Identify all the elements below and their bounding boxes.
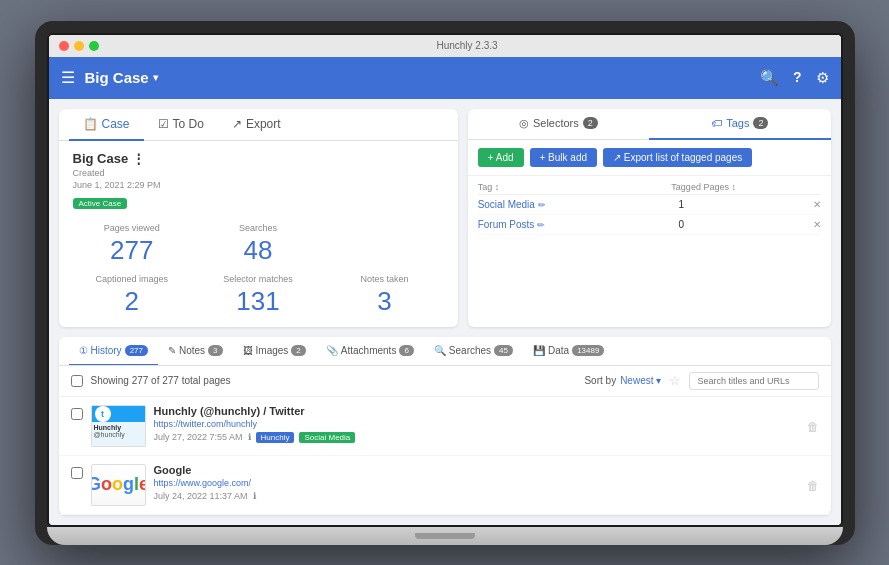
right-actions: + Add + Bulk add ↗ Export list of tagged…	[468, 140, 831, 176]
tab-history[interactable]: ① History 277	[69, 337, 158, 366]
export-tab-icon: ↗	[232, 117, 242, 131]
info-icon: ℹ	[248, 432, 251, 442]
table-row: Social Media 1 ✕	[478, 195, 821, 215]
tab-tags[interactable]: 🏷 Tags 2	[649, 109, 830, 140]
search-input[interactable]	[689, 372, 819, 390]
item-tag-social-media[interactable]: Social Media	[299, 432, 355, 443]
item-meta: July 24, 2022 11:37 AM ℹ	[154, 491, 799, 501]
item-checkbox[interactable]	[71, 408, 83, 420]
right-card: ◎ Selectors 2 🏷 Tags 2 + Add + Bulk add	[468, 109, 831, 327]
tab-data[interactable]: 💾 Data 13489	[523, 337, 614, 366]
bottom-tabs: ① History 277 ✎ Notes 3 🖼 Images 2	[59, 337, 831, 366]
case-tab-icon: 📋	[83, 117, 98, 131]
tags-table-header: Tag ↕ Tagged Pages ↕	[478, 180, 821, 195]
searches-tab-icon: 🔍	[434, 345, 446, 356]
tab-searches[interactable]: 🔍 Searches 45	[424, 337, 523, 366]
case-name: Big Case ⋮	[73, 151, 444, 166]
tag-social-media[interactable]: Social Media	[478, 199, 679, 210]
data-tab-icon: 💾	[533, 345, 545, 356]
active-badge: Active Case	[73, 198, 128, 209]
todo-tab-icon: ☑	[158, 117, 169, 131]
search-icon[interactable]: 🔍	[760, 69, 779, 87]
history-badge: 277	[125, 345, 148, 356]
info-icon: ℹ	[253, 491, 256, 501]
delete-item-button[interactable]: 🗑	[807, 479, 819, 493]
history-tab-icon: ①	[79, 345, 88, 356]
star-filter-icon[interactable]: ☆	[669, 373, 681, 388]
attachments-tab-icon: 📎	[326, 345, 338, 356]
stat-selector-matches: Selector matches 131	[199, 274, 317, 317]
window-title: Hunchly 2.3.3	[104, 40, 831, 51]
edit-tag-icon[interactable]	[537, 219, 545, 230]
tab-selectors[interactable]: ◎ Selectors 2	[468, 109, 649, 140]
stat-pages-viewed: Pages viewed 277	[73, 223, 191, 266]
add-button[interactable]: + Add	[478, 148, 524, 167]
tags-tab-icon: 🏷	[711, 117, 722, 129]
maximize-button[interactable]	[89, 41, 99, 51]
tags-badge: 2	[753, 117, 768, 129]
tags-table: Tag ↕ Tagged Pages ↕ Social Media 1 ✕	[468, 176, 831, 239]
item-url[interactable]: https://www.google.com/	[154, 478, 799, 488]
item-info: Hunchly (@hunchly) / Twitter https://twi…	[154, 405, 799, 443]
select-all-checkbox[interactable]	[71, 375, 83, 387]
sort-dropdown[interactable]: Newest ▾	[620, 375, 660, 386]
menu-icon[interactable]: ☰	[61, 68, 75, 87]
left-card-tabs: 📋 Case ☑ To Do ↗ Export	[59, 109, 458, 141]
header-icons: 🔍 ? ⚙	[760, 69, 829, 87]
tab-images[interactable]: 🖼 Images 2	[233, 337, 316, 366]
case-created-label: Created	[73, 168, 444, 178]
item-thumbnail: t Hunchly @hunchly	[91, 405, 146, 447]
settings-icon[interactable]: ⚙	[816, 69, 829, 87]
bottom-section: ① History 277 ✎ Notes 3 🖼 Images 2	[59, 337, 831, 515]
help-icon[interactable]: ?	[793, 69, 802, 87]
app-header: ☰ Big Case ▾ 🔍 ? ⚙	[49, 57, 841, 99]
sort-chevron-icon: ▾	[656, 375, 661, 386]
bulk-add-button[interactable]: + Bulk add	[530, 148, 598, 167]
delete-tag-button[interactable]: ✕	[813, 219, 821, 230]
close-button[interactable]	[59, 41, 69, 51]
item-meta: July 27, 2022 7:55 AM ℹ Hunchly Social M…	[154, 432, 799, 443]
item-tag-hunchly[interactable]: Hunchly	[256, 432, 295, 443]
stats-grid: Pages viewed 277 Searches 48 Captioned i…	[73, 223, 444, 317]
dropdown-icon[interactable]: ▾	[153, 72, 158, 83]
item-title: Hunchly (@hunchly) / Twitter	[154, 405, 799, 417]
tab-notes[interactable]: ✎ Notes 3	[158, 337, 233, 366]
selectors-tab-icon: ◎	[519, 117, 529, 130]
title-bar: Hunchly 2.3.3	[49, 35, 841, 57]
data-badge: 13489	[572, 345, 604, 356]
tab-export[interactable]: ↗ Export	[218, 109, 295, 141]
minimize-button[interactable]	[74, 41, 84, 51]
notes-tab-icon: ✎	[168, 345, 176, 356]
list-header: Showing 277 of 277 total pages Sort by N…	[59, 366, 831, 397]
case-body: Big Case ⋮ Created June 1, 2021 2:29 PM …	[59, 141, 458, 327]
list-item: t Hunchly @hunchly Hunchly (@hunchly) / …	[59, 397, 831, 456]
tab-attachments[interactable]: 📎 Attachments 6	[316, 337, 424, 366]
images-badge: 2	[291, 345, 305, 356]
main-content: 📋 Case ☑ To Do ↗ Export	[49, 99, 841, 525]
attachments-badge: 6	[399, 345, 413, 356]
case-created-date: June 1, 2021 2:29 PM	[73, 180, 444, 190]
item-info: Google https://www.google.com/ July 24, …	[154, 464, 799, 501]
edit-tag-icon[interactable]	[538, 199, 546, 210]
laptop-base	[47, 527, 843, 545]
tab-todo[interactable]: ☑ To Do	[144, 109, 218, 141]
case-more-icon[interactable]: ⋮	[132, 151, 145, 166]
showing-text: Showing 277 of 277 total pages	[91, 375, 577, 386]
tag-forum-posts[interactable]: Forum Posts	[478, 219, 679, 230]
tab-case[interactable]: 📋 Case	[69, 109, 144, 141]
laptop-notch	[415, 533, 475, 539]
images-tab-icon: 🖼	[243, 345, 253, 356]
table-row: Forum Posts 0 ✕	[478, 215, 821, 235]
stat-searches: Searches 48	[199, 223, 317, 266]
delete-item-button[interactable]: 🗑	[807, 420, 819, 434]
item-url[interactable]: https://twitter.com/hunchly	[154, 419, 799, 429]
item-checkbox[interactable]	[71, 467, 83, 479]
right-card-tabs: ◎ Selectors 2 🏷 Tags 2	[468, 109, 831, 140]
export-tags-button[interactable]: ↗ Export list of tagged pages	[603, 148, 752, 167]
stat-notes-taken: Notes taken 3	[325, 274, 443, 317]
delete-tag-button[interactable]: ✕	[813, 199, 821, 210]
selectors-badge: 2	[583, 117, 598, 129]
left-card: 📋 Case ☑ To Do ↗ Export	[59, 109, 458, 327]
searches-badge: 45	[494, 345, 513, 356]
stat-captioned-images: Captioned images 2	[73, 274, 191, 317]
